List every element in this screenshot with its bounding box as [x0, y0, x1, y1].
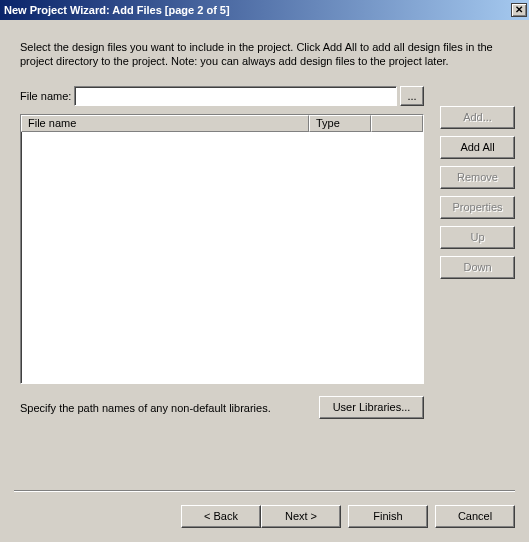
- list-header: File name Type: [21, 115, 423, 132]
- user-libraries-button[interactable]: User Libraries...: [319, 396, 424, 419]
- filename-input[interactable]: [74, 86, 397, 106]
- intro-text: Select the design files you want to incl…: [20, 40, 515, 68]
- add-all-button[interactable]: Add All: [440, 136, 515, 159]
- nav-buttons: < Back Next > Finish Cancel: [181, 505, 515, 528]
- window-title: New Project Wizard: Add Files [page 2 of…: [4, 4, 230, 16]
- remove-button[interactable]: Remove: [440, 166, 515, 189]
- browse-button[interactable]: ...: [400, 86, 424, 106]
- file-list[interactable]: File name Type: [20, 114, 424, 384]
- up-button[interactable]: Up: [440, 226, 515, 249]
- libraries-row: Specify the path names of any non-defaul…: [20, 396, 424, 419]
- close-icon: ✕: [515, 5, 523, 15]
- next-button[interactable]: Next >: [261, 505, 341, 528]
- down-button[interactable]: Down: [440, 256, 515, 279]
- dialog-body: Select the design files you want to incl…: [0, 20, 529, 542]
- add-button[interactable]: Add...: [440, 106, 515, 129]
- separator-line: [14, 490, 515, 492]
- libraries-text: Specify the path names of any non-defaul…: [20, 402, 271, 414]
- filename-row: File name: ...: [20, 86, 424, 106]
- cancel-button[interactable]: Cancel: [435, 505, 515, 528]
- close-button[interactable]: ✕: [511, 3, 527, 17]
- filename-label: File name:: [20, 90, 71, 102]
- title-bar: New Project Wizard: Add Files [page 2 of…: [0, 0, 529, 20]
- column-header-filename[interactable]: File name: [21, 115, 309, 132]
- properties-button[interactable]: Properties: [440, 196, 515, 219]
- column-header-type[interactable]: Type: [309, 115, 371, 132]
- column-header-spacer: [371, 115, 423, 132]
- back-button[interactable]: < Back: [181, 505, 261, 528]
- side-buttons: Add... Add All Remove Properties Up Down: [440, 106, 515, 279]
- finish-button[interactable]: Finish: [348, 505, 428, 528]
